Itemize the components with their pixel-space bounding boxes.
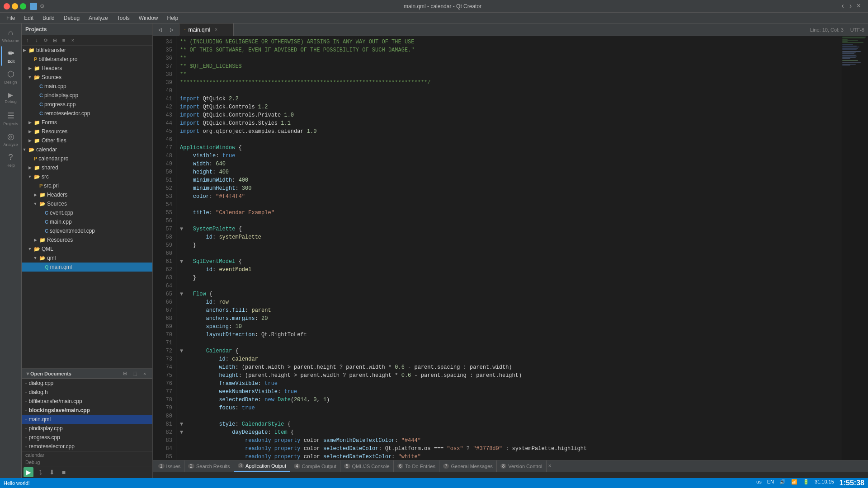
- tree-file-icon: 📂: [39, 201, 46, 207]
- open-doc-item[interactable]: ▫progress.cpp: [22, 433, 152, 442]
- tree-item[interactable]: ▶📁Resources: [22, 235, 152, 244]
- bottom-tab-general[interactable]: 7 General Messages: [439, 460, 497, 472]
- tree-item[interactable]: ▶📁Headers: [22, 64, 152, 73]
- bottom-tab-vc[interactable]: 8 Version Control: [497, 460, 547, 472]
- tree-item[interactable]: Cevent.cpp: [22, 208, 152, 217]
- panel-btn-2[interactable]: ↓: [33, 36, 41, 44]
- open-docs-btn1[interactable]: ⊟: [121, 370, 129, 378]
- todo-num: 6: [397, 464, 404, 469]
- tab-bar-btn-2[interactable]: ▷: [166, 24, 177, 35]
- status-battery-icon[interactable]: 🔋: [803, 479, 809, 487]
- code-editor: 3435363738 3940414243 4445464748 4950515…: [153, 36, 868, 460]
- tree-item[interactable]: Csqleventmodel.cpp: [22, 226, 152, 235]
- open-doc-item[interactable]: ▫main.qml: [22, 415, 152, 424]
- open-doc-item[interactable]: ▫blockingslave/main.cpp: [22, 406, 152, 415]
- tree-item[interactable]: Cremoteselector.cpp: [22, 109, 152, 118]
- activity-welcome[interactable]: ⌂ Welcome: [1, 25, 21, 45]
- bottom-tab-compile[interactable]: 4 Compile Output: [290, 460, 340, 472]
- stop-button[interactable]: ■: [59, 467, 69, 477]
- tab-close-icon[interactable]: ×: [213, 27, 219, 33]
- tree-item-label: sqleventmodel.cpp: [50, 228, 95, 234]
- run-button[interactable]: ▶: [24, 467, 33, 477]
- tree-item[interactable]: Pcalendar.pro: [22, 154, 152, 163]
- open-doc-item[interactable]: ▫btfiletransfer/main.cpp: [22, 397, 152, 406]
- tree-item[interactable]: ▼📂QML: [22, 244, 152, 253]
- panel-btn-close[interactable]: ×: [69, 36, 77, 44]
- menu-tools[interactable]: Tools: [113, 14, 134, 22]
- menu-help[interactable]: Help: [163, 14, 183, 22]
- nav-close-icon[interactable]: ×: [856, 2, 861, 10]
- tree-item[interactable]: ▶📁btfiletransfer: [22, 46, 152, 55]
- menu-edit[interactable]: Edit: [19, 14, 38, 22]
- nav-back-icon[interactable]: ‹: [840, 2, 845, 10]
- tree-item[interactable]: Pbtfiletransfer.pro: [22, 55, 152, 64]
- bottom-tab-todo[interactable]: 6 To-Do Entries: [394, 460, 439, 472]
- status-volume-icon[interactable]: 🔊: [779, 479, 786, 487]
- tree-item[interactable]: Cpindisplay.cpp: [22, 91, 152, 100]
- activity-help[interactable]: ? Help: [1, 150, 21, 170]
- design-label: Design: [4, 80, 17, 84]
- tree-item[interactable]: ▶📁shared: [22, 163, 152, 172]
- open-doc-item[interactable]: ▫dialog.cpp: [22, 379, 152, 388]
- tree-item[interactable]: ▼📂calendar: [22, 145, 152, 154]
- bottom-tab-output[interactable]: 3 Application Output: [234, 460, 290, 472]
- panel-btn-3[interactable]: ⟳: [42, 36, 50, 44]
- open-doc-item[interactable]: ▫remoteselector.cpp: [22, 442, 152, 451]
- tree-item[interactable]: Qmain.qml: [22, 263, 152, 272]
- menu-build[interactable]: Build: [38, 14, 59, 22]
- tree-item[interactable]: ▼📂Sources: [22, 199, 152, 208]
- tree-item[interactable]: ▼📂src: [22, 172, 152, 181]
- tab-bar-btn-1[interactable]: ◁: [155, 24, 165, 35]
- panel-btn-4[interactable]: ⊞: [51, 36, 59, 44]
- menu-window[interactable]: Window: [134, 14, 163, 22]
- bottom-tab-qml[interactable]: 5 QML/JS Console: [340, 460, 394, 472]
- panel-btn-5[interactable]: ≡: [60, 36, 68, 44]
- tree-item-label: Sources: [47, 201, 67, 207]
- nav-forward-icon[interactable]: ›: [849, 2, 853, 10]
- tree-item[interactable]: Cmain.cpp: [22, 82, 152, 91]
- close-button[interactable]: [4, 3, 10, 9]
- bottom-tab-search[interactable]: 2 Search Results: [184, 460, 234, 472]
- menu-analyze[interactable]: Analyze: [84, 14, 113, 22]
- minimize-button[interactable]: [12, 3, 18, 9]
- tree-file-icon: 📁: [34, 66, 40, 71]
- status-lang[interactable]: EN: [767, 479, 774, 487]
- design-icon: ⬡: [7, 69, 14, 79]
- open-doc-item[interactable]: ▫pindisplay.cpp: [22, 424, 152, 433]
- tree-item[interactable]: Psrc.pri: [22, 181, 152, 190]
- tree-item-label: btfiletransfer.pro: [38, 56, 77, 62]
- open-doc-label: pindisplay.cpp: [29, 425, 63, 432]
- maximize-button[interactable]: [20, 3, 26, 9]
- tree-arrow: ▶: [33, 237, 38, 243]
- activity-projects[interactable]: ☰ Projects: [1, 108, 21, 128]
- step-over-button[interactable]: ⤵: [35, 467, 45, 477]
- status-network-icon[interactable]: 📶: [791, 479, 797, 487]
- step-in-button[interactable]: ⬇: [47, 467, 57, 477]
- tree-file-icon: 📁: [34, 165, 40, 171]
- tree-item[interactable]: ▼📂Sources: [22, 73, 152, 82]
- activity-design[interactable]: ⬡ Design: [1, 67, 21, 87]
- panel-btn-1[interactable]: ↑: [24, 36, 32, 44]
- main-qml-tab[interactable]: ▫ main.qml ×: [179, 23, 234, 36]
- tree-item[interactable]: Cmain.cpp: [22, 217, 152, 226]
- tree-item[interactable]: Cprogress.cpp: [22, 100, 152, 109]
- tree-item[interactable]: ▼📂qml: [22, 253, 152, 263]
- open-doc-item[interactable]: ▫dialog.h: [22, 388, 152, 397]
- tree-item[interactable]: ▶📁Headers: [22, 190, 152, 199]
- tree-item-label: src: [42, 174, 49, 180]
- activity-analyze[interactable]: ◎ Analyze: [1, 129, 21, 149]
- activity-edit[interactable]: ✏ Edit: [1, 46, 21, 66]
- status-locale[interactable]: us: [756, 479, 762, 487]
- tree-item[interactable]: ▶📁Other files: [22, 136, 152, 145]
- tree-item[interactable]: ▶📁Resources: [22, 127, 152, 136]
- bottom-tab-close[interactable]: ×: [547, 463, 553, 469]
- bottom-tab-issues[interactable]: 1 Issues: [155, 460, 184, 472]
- open-docs-btn2[interactable]: ⬚: [131, 370, 139, 378]
- tree-item[interactable]: ▶📁Forms: [22, 118, 152, 127]
- menu-debug[interactable]: Debug: [59, 14, 84, 22]
- status-date: 31.10.15: [815, 479, 834, 487]
- open-docs-btn3[interactable]: ×: [141, 370, 149, 378]
- code-content[interactable]: ** (INCLUDING NEGLIGENCE OR OTHERWISE) A…: [176, 36, 841, 460]
- menu-file[interactable]: File: [2, 14, 19, 22]
- activity-debug[interactable]: ▶ Debug: [1, 88, 21, 108]
